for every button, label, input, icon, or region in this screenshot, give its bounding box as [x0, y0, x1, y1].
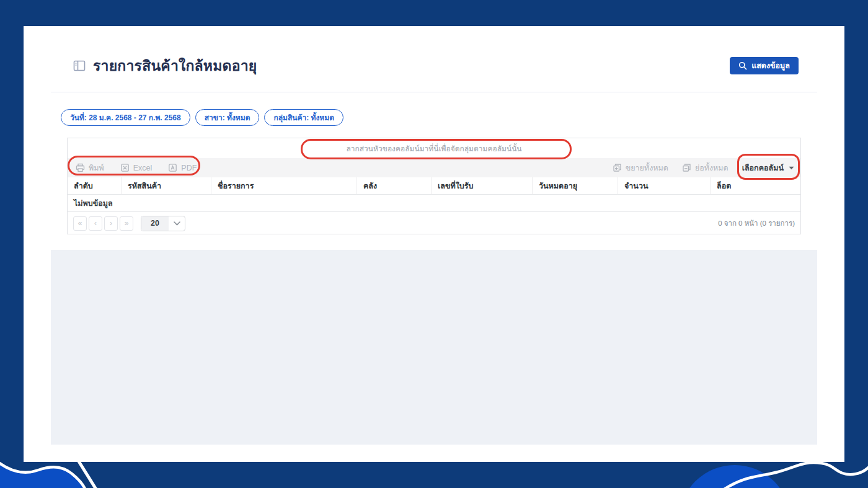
choose-columns-button[interactable]: เลือกคอลัมน์ — [742, 162, 794, 174]
collapse-all-icon — [682, 163, 691, 172]
excel-label: Excel — [133, 164, 153, 172]
page-size-value: 20 — [141, 216, 169, 231]
page-size-select[interactable]: 20 — [141, 216, 185, 231]
collapse-all-button[interactable]: ย่อทั้งหมด — [682, 162, 728, 174]
column-header-warehouse[interactable]: คลัง — [357, 177, 432, 194]
prev-page-button[interactable]: ‹ — [89, 216, 102, 231]
print-label: พิมพ์ — [89, 162, 104, 174]
chip-date-range[interactable]: วันที่: 28 ม.ค. 2568 - 27 ก.พ. 2568 — [61, 109, 190, 126]
choose-columns-label: เลือกคอลัมน์ — [742, 162, 784, 174]
expand-all-icon — [613, 163, 622, 172]
grid-toolbar: พิมพ์ Excel — [68, 158, 800, 177]
page-title: รายการสินค้าใกล้หมดอายุ — [93, 55, 257, 77]
header-divider — [51, 92, 817, 92]
next-page-button[interactable]: › — [104, 216, 118, 231]
pagination-summary: 0 จาก 0 หน้า (0 รายการ) — [718, 218, 795, 229]
export-pdf-button[interactable]: PDF — [168, 163, 197, 172]
chip-product-group[interactable]: กลุ่มสินค้า: ทั้งหมด — [264, 109, 343, 126]
collapse-all-label: ย่อทั้งหมด — [695, 162, 728, 174]
column-header-receipt-number[interactable]: เลขที่ใบรับ — [432, 177, 533, 194]
report-columns-icon — [73, 60, 86, 72]
group-by-drop-zone[interactable]: ลากส่วนหัวของคอลัมน์มาที่นี่เพื่อจัดกลุ่… — [68, 138, 800, 158]
pagination-bar: « ‹ › » 20 0 จาก 0 หน้า (0 รายการ) — [68, 212, 800, 234]
column-header-expiry-date[interactable]: วันหมดอายุ — [533, 177, 618, 194]
excel-file-icon — [120, 163, 130, 172]
content-card: รายการสินค้าใกล้หมดอายุ แสดงข้อมูล วันที… — [24, 26, 844, 462]
chip-branch[interactable]: สาขา: ทั้งหมด — [195, 109, 260, 126]
column-header-index[interactable]: ลำดับ — [68, 177, 122, 194]
detail-placeholder-panel — [51, 250, 817, 445]
column-header-quantity[interactable]: จำนวน — [618, 177, 711, 194]
printer-icon — [76, 163, 85, 172]
group-hint-text: ลากส่วนหัวของคอลัมน์มาที่นี่เพื่อจัดกลุ่… — [346, 143, 521, 154]
table-header-row: ลำดับ รหัสสินค้า ชื่อรายการ คลัง เลขที่ใ… — [68, 177, 800, 195]
chevron-down-icon — [169, 216, 185, 231]
print-button[interactable]: พิมพ์ — [76, 162, 104, 174]
pdf-label: PDF — [181, 164, 197, 172]
expand-all-button[interactable]: ขยายทั้งหมด — [613, 162, 668, 174]
column-header-item-name[interactable]: ชื่อรายการ — [211, 177, 357, 194]
expand-all-label: ขยายทั้งหมด — [626, 162, 668, 174]
caret-down-icon — [789, 166, 794, 170]
data-grid: ลากส่วนหัวของคอลัมน์มาที่นี่เพื่อจัดกลุ่… — [67, 138, 801, 234]
pdf-file-icon — [168, 163, 177, 172]
empty-state-text: ไม่พบข้อมูล — [74, 197, 113, 210]
last-page-button[interactable]: » — [120, 216, 133, 231]
search-icon — [738, 61, 747, 70]
page-header: รายการสินค้าใกล้หมดอายุ แสดงข้อมูล — [73, 53, 799, 78]
column-header-product-code[interactable]: รหัสสินค้า — [122, 177, 211, 194]
show-data-label: แสดงข้อมูล — [751, 60, 790, 72]
show-data-button[interactable]: แสดงข้อมูล — [730, 57, 799, 74]
column-header-lot[interactable]: ล็อต — [711, 177, 802, 194]
export-excel-button[interactable]: Excel — [120, 163, 153, 172]
filter-chips: วันที่: 28 ม.ค. 2568 - 27 ก.พ. 2568 สาขา… — [61, 109, 343, 126]
first-page-button[interactable]: « — [73, 216, 87, 231]
empty-state-row: ไม่พบข้อมูล — [68, 195, 800, 212]
